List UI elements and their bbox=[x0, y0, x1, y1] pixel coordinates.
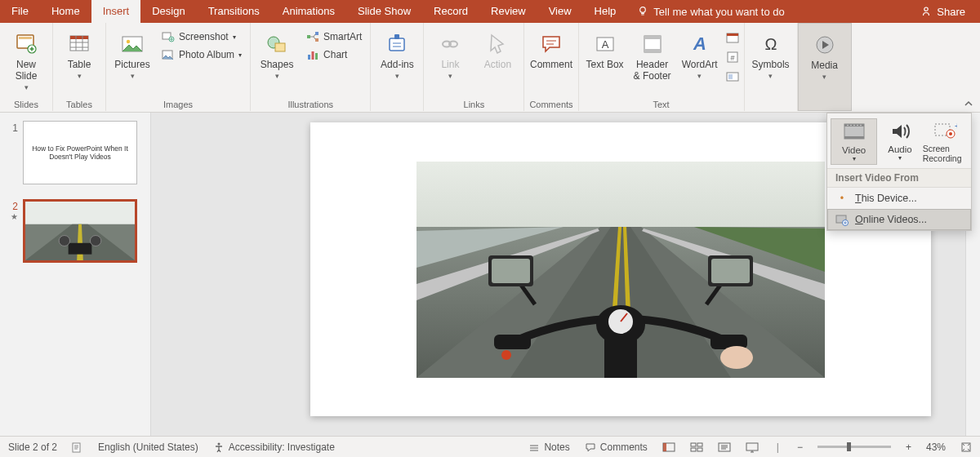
bullet-icon: • bbox=[835, 192, 849, 205]
reading-view-button[interactable] bbox=[718, 441, 731, 453]
header-footer-button[interactable]: Header & Footer bbox=[631, 29, 674, 84]
svg-rect-59 bbox=[844, 136, 864, 139]
tell-me-search[interactable]: Tell me what you want to do bbox=[627, 6, 794, 18]
addins-button[interactable]: Add-ins ▾ bbox=[376, 29, 418, 82]
screenshot-button[interactable]: Screenshot ▾ bbox=[158, 29, 245, 44]
audio-menu-button[interactable]: Audio ▾ bbox=[877, 118, 922, 165]
screen-recording-label: Screen Recording bbox=[923, 144, 968, 163]
this-device-item[interactable]: • This Device... bbox=[827, 188, 971, 209]
new-slide-button[interactable]: New Slide ▾ bbox=[5, 29, 47, 93]
comments-button[interactable]: Comments bbox=[585, 441, 648, 453]
tab-slideshow[interactable]: Slide Show bbox=[346, 0, 422, 23]
svg-text:Ω: Ω bbox=[764, 35, 777, 53]
shapes-icon bbox=[264, 31, 290, 57]
share-label: Share bbox=[937, 6, 965, 18]
slide-counter[interactable]: Slide 2 of 2 bbox=[8, 441, 57, 453]
tab-record[interactable]: Record bbox=[422, 0, 479, 23]
comment-label: Comment bbox=[530, 60, 572, 71]
normal-view-button[interactable] bbox=[662, 441, 675, 453]
svg-rect-18 bbox=[312, 51, 314, 60]
tab-transitions[interactable]: Transitions bbox=[197, 0, 271, 23]
tab-review[interactable]: Review bbox=[479, 0, 537, 23]
slide-thumbnail-1[interactable]: How to Fix PowerPoint When It Doesn't Pl… bbox=[23, 121, 137, 184]
tab-home[interactable]: Home bbox=[40, 0, 91, 23]
symbols-button[interactable]: Ω Symbols ▾ bbox=[750, 29, 792, 82]
chevron-down-icon: ▾ bbox=[24, 83, 29, 91]
chart-icon bbox=[306, 48, 319, 61]
tab-bar: File Home Insert Design Transitions Anim… bbox=[0, 0, 980, 23]
svg-point-61 bbox=[850, 125, 852, 126]
video-menu-label: Video bbox=[842, 145, 866, 155]
new-slide-icon bbox=[13, 31, 39, 57]
chevron-down-icon: ▾ bbox=[822, 73, 826, 81]
table-button[interactable]: Table ▾ bbox=[58, 29, 100, 82]
new-slide-label: New Slide bbox=[7, 60, 46, 82]
tab-design[interactable]: Design bbox=[140, 0, 196, 23]
date-time-icon[interactable] bbox=[726, 31, 739, 44]
smartart-button[interactable]: SmartArt bbox=[303, 29, 365, 44]
pictures-button[interactable]: Pictures ▾ bbox=[111, 29, 154, 82]
zoom-level[interactable]: 43% bbox=[926, 441, 946, 453]
chevron-down-icon: ▾ bbox=[768, 72, 773, 80]
header-footer-icon bbox=[639, 31, 666, 57]
svg-rect-6 bbox=[70, 36, 88, 39]
comment-icon bbox=[538, 31, 564, 57]
chevron-down-icon: ▾ bbox=[238, 51, 242, 59]
share-icon bbox=[920, 6, 932, 17]
chart-button[interactable]: Chart bbox=[303, 47, 365, 62]
tell-me-label: Tell me what you want to do bbox=[653, 6, 784, 18]
comment-button[interactable]: Comment bbox=[530, 29, 572, 73]
symbols-label: Symbols bbox=[752, 60, 790, 71]
screen-recording-button[interactable]: + Screen Recording bbox=[923, 118, 968, 165]
video-icon bbox=[842, 121, 866, 144]
svg-point-67 bbox=[949, 132, 952, 135]
tab-insert[interactable]: Insert bbox=[91, 0, 141, 23]
tab-file[interactable]: File bbox=[0, 0, 40, 23]
shapes-button[interactable]: Shapes ▾ bbox=[256, 29, 298, 82]
fit-to-window-button[interactable] bbox=[960, 441, 972, 453]
svg-point-56 bbox=[720, 346, 753, 369]
screenshot-icon bbox=[162, 30, 175, 43]
tab-view[interactable]: View bbox=[537, 0, 583, 23]
video-placeholder[interactable] bbox=[416, 162, 825, 378]
share-button[interactable]: Share bbox=[906, 6, 980, 18]
language-button[interactable]: English (United States) bbox=[98, 441, 198, 453]
svg-point-60 bbox=[847, 125, 849, 126]
notes-button[interactable]: Notes bbox=[528, 441, 569, 453]
collapse-ribbon-button[interactable] bbox=[964, 99, 973, 109]
chevron-down-icon: ▾ bbox=[131, 72, 135, 80]
slide-number-icon[interactable]: # bbox=[726, 51, 739, 64]
media-button[interactable]: Media ▾ bbox=[804, 30, 846, 82]
tab-animations[interactable]: Animations bbox=[271, 0, 346, 23]
svg-rect-15 bbox=[315, 32, 318, 35]
svg-text:#: # bbox=[730, 54, 734, 62]
slide-thumbnail-2[interactable] bbox=[23, 199, 137, 263]
notes-label: Notes bbox=[544, 441, 569, 453]
slide-sorter-button[interactable] bbox=[690, 441, 703, 453]
chevron-down-icon: ▾ bbox=[275, 72, 279, 80]
svg-point-63 bbox=[857, 125, 858, 126]
zoom-out-button[interactable]: − bbox=[797, 441, 803, 453]
screen-recording-icon: + bbox=[933, 120, 957, 143]
tab-help[interactable]: Help bbox=[583, 0, 628, 23]
photo-album-button[interactable]: Photo Album ▾ bbox=[158, 47, 245, 62]
spell-check-icon[interactable] bbox=[72, 441, 83, 453]
textbox-button[interactable]: A Text Box bbox=[584, 29, 626, 73]
video-menu-button[interactable]: Video ▾ bbox=[831, 118, 877, 165]
this-device-label: This Device... bbox=[855, 193, 917, 204]
svg-rect-74 bbox=[663, 443, 666, 451]
action-icon bbox=[484, 31, 510, 57]
group-text: A Text Box Header & Footer A WordArt ▾ # bbox=[579, 23, 745, 111]
accessibility-button[interactable]: Accessibility: Investigate bbox=[213, 441, 335, 453]
online-videos-item[interactable]: Online Videos... bbox=[827, 209, 971, 230]
slideshow-view-button[interactable] bbox=[746, 441, 759, 453]
table-label: Table bbox=[68, 60, 91, 71]
chart-label: Chart bbox=[323, 49, 347, 60]
zoom-slider[interactable] bbox=[817, 446, 891, 448]
svg-point-64 bbox=[860, 125, 862, 126]
object-icon[interactable] bbox=[726, 70, 739, 83]
wordart-button[interactable]: A WordArt ▾ bbox=[679, 29, 721, 82]
zoom-in-button[interactable]: + bbox=[906, 441, 911, 453]
group-comments-label: Comments bbox=[529, 100, 572, 109]
slide-thumbnail-panel: 1 How to Fix PowerPoint When It Doesn't … bbox=[0, 113, 151, 436]
